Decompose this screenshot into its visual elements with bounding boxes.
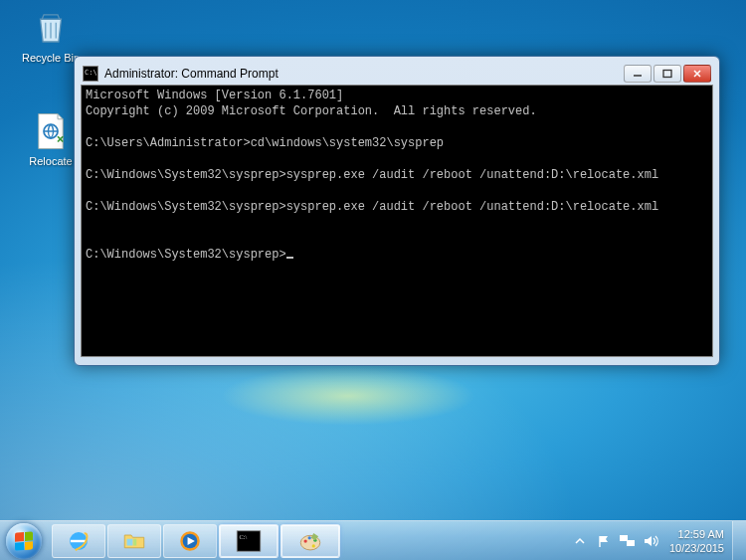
terminal-line: Microsoft Windows [Version 6.1.7601] — [86, 89, 343, 102]
command-prompt-window[interactable]: Administrator: Command Prompt Microsoft … — [74, 56, 720, 366]
taskbar-item-media-player[interactable] — [163, 524, 217, 558]
clock[interactable]: 12:59 AM 10/23/2015 — [669, 527, 724, 555]
taskbar-item-internet-explorer[interactable] — [52, 524, 105, 558]
show-desktop-button[interactable] — [732, 521, 746, 560]
maximize-button[interactable] — [653, 65, 681, 83]
svg-point-10 — [304, 539, 307, 542]
taskbar-item-windows-explorer[interactable] — [107, 524, 161, 558]
terminal-line: C:\Windows\System32\sysprep>sysprep.exe … — [86, 168, 658, 182]
svg-point-13 — [312, 544, 315, 547]
folder-icon — [120, 529, 148, 553]
close-button[interactable] — [683, 65, 711, 83]
window-title: Administrator: Command Prompt — [104, 67, 618, 81]
xml-file-icon — [29, 109, 73, 153]
desktop-icon-recycle-bin[interactable]: Recycle Bin — [14, 6, 88, 64]
minimize-button[interactable] — [624, 65, 652, 83]
clock-date: 10/23/2015 — [669, 541, 724, 555]
terminal-cursor — [286, 257, 293, 259]
terminal-line: Copyright (c) 2009 Microsoft Corporation… — [86, 104, 537, 118]
clock-time: 12:59 AM — [669, 527, 724, 541]
paint-icon — [296, 529, 324, 553]
network-icon[interactable] — [620, 533, 636, 549]
titlebar[interactable]: Administrator: Command Prompt — [81, 63, 713, 85]
svg-point-11 — [308, 536, 311, 539]
terminal-line: C:\Users\Administrator>cd\windows\system… — [86, 136, 444, 150]
terminal-line: C:\Windows\System32\sysprep> — [86, 248, 286, 262]
taskbar-item-command-prompt[interactable]: C:\ — [219, 524, 279, 558]
flag-icon[interactable] — [596, 533, 612, 549]
windows-logo-icon — [6, 523, 42, 559]
terminal-line: C:\Windows\System32\sysprep>sysprep.exe … — [86, 200, 658, 214]
svg-rect-4 — [133, 538, 136, 545]
taskbar: C:\ 12:59 AM 10/23/2015 — [0, 520, 746, 560]
command-prompt-icon: C:\ — [235, 529, 263, 553]
svg-rect-15 — [627, 540, 635, 546]
terminal-output[interactable]: Microsoft Windows [Version 6.1.7601] Cop… — [81, 85, 713, 357]
taskbar-item-paint[interactable] — [280, 524, 340, 558]
chevron-up-icon[interactable] — [572, 533, 588, 549]
recycle-bin-icon — [29, 6, 73, 50]
start-button[interactable] — [0, 521, 48, 560]
svg-text:C:\: C:\ — [240, 533, 248, 540]
internet-explorer-icon — [65, 529, 93, 553]
svg-rect-14 — [620, 535, 628, 541]
svg-rect-1 — [663, 71, 671, 78]
command-prompt-icon — [83, 66, 98, 82]
system-tray: 12:59 AM 10/23/2015 — [564, 521, 732, 560]
svg-rect-3 — [127, 538, 133, 545]
volume-icon[interactable] — [644, 533, 659, 549]
media-player-icon — [176, 529, 204, 553]
